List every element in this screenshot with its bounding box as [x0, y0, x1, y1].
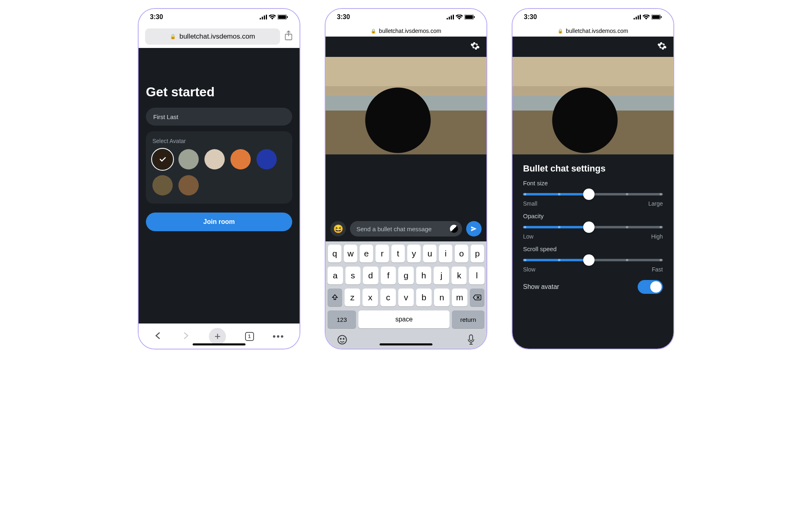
key-o[interactable]: o [455, 245, 468, 263]
key-q[interactable]: q [328, 245, 341, 263]
opacity-slider[interactable] [523, 224, 663, 230]
key-r[interactable]: r [376, 245, 389, 263]
key-h[interactable]: h [416, 267, 432, 284]
battery-icon [651, 15, 662, 20]
font-size-slider[interactable] [523, 191, 663, 197]
key-c[interactable]: c [380, 289, 396, 306]
avatar-bear[interactable] [178, 175, 199, 195]
chat-input-row: 😆 Send a bullet chat message [326, 217, 486, 241]
key-v[interactable]: v [398, 289, 414, 306]
key-e[interactable]: e [360, 245, 373, 263]
app-get-started: Get started First Last Select Avatar Joi… [139, 48, 300, 323]
mic-icon[interactable] [467, 334, 475, 347]
avatar-parrot[interactable] [230, 149, 251, 169]
numeric-key[interactable]: 123 [328, 310, 356, 328]
key-z[interactable]: z [345, 289, 360, 306]
status-time: 3:30 [150, 13, 163, 21]
avatar-hedgehog[interactable] [204, 149, 225, 169]
settings-header [512, 37, 673, 57]
back-icon[interactable] [154, 331, 163, 342]
address-pill[interactable]: 🔒 bulletchat.ivsdemos.com [145, 28, 280, 45]
more-icon[interactable]: ••• [273, 331, 284, 342]
opacity-label: Opacity [523, 213, 663, 219]
key-k[interactable]: k [452, 267, 467, 284]
avatar-owl[interactable] [152, 175, 173, 195]
avatar-sheep[interactable] [178, 149, 199, 169]
svg-point-16 [340, 339, 341, 339]
new-tab-button[interactable]: + [209, 328, 226, 345]
status-indicators [634, 15, 662, 20]
join-room-button[interactable]: Join room [146, 213, 292, 231]
key-b[interactable]: b [416, 289, 432, 306]
color-toggle-icon[interactable] [450, 225, 458, 233]
key-f[interactable]: f [381, 267, 396, 284]
show-avatar-toggle[interactable] [638, 280, 663, 294]
settings-title: Bullet chat settings [512, 154, 673, 177]
wifi-icon [643, 15, 650, 20]
mini-address-bar[interactable]: 🔒 bulletchat.ivsdemos.com [326, 25, 486, 37]
svg-rect-3 [266, 15, 267, 20]
home-indicator [193, 343, 245, 345]
tabs-button[interactable]: 1 [245, 332, 254, 341]
gear-icon[interactable] [470, 41, 480, 52]
font-size-setting: Font size SmallLarge [512, 177, 673, 210]
key-u[interactable]: u [423, 245, 436, 263]
key-p[interactable]: p [471, 245, 484, 263]
key-w[interactable]: w [344, 245, 357, 263]
chat-header [326, 37, 486, 57]
avatar-selector: Select Avatar [146, 131, 292, 204]
scroll-speed-slider[interactable] [523, 257, 663, 263]
home-indicator [380, 343, 432, 345]
key-j[interactable]: j [434, 267, 449, 284]
svg-rect-21 [638, 15, 639, 20]
svg-rect-9 [449, 17, 450, 20]
return-key[interactable]: return [452, 310, 484, 328]
key-m[interactable]: m [452, 289, 467, 306]
avatar-grid [152, 149, 286, 195]
backspace-key[interactable] [470, 289, 484, 306]
phone-chat: 3:30 🔒 bulletchat.ivsdemos.com 😆 Send a … [325, 8, 487, 349]
avatar-tiger[interactable] [152, 149, 173, 169]
key-l[interactable]: l [469, 267, 484, 284]
name-input[interactable]: First Last [146, 108, 292, 126]
key-g[interactable]: g [398, 267, 414, 284]
show-avatar-row: Show avatar [512, 276, 673, 298]
key-x[interactable]: x [363, 289, 378, 306]
status-time: 3:30 [337, 13, 350, 21]
svg-rect-1 [262, 17, 263, 20]
video-player[interactable] [326, 57, 486, 154]
svg-rect-5 [278, 15, 286, 19]
gear-icon[interactable] [657, 41, 667, 52]
key-s[interactable]: s [345, 267, 361, 284]
send-button[interactable] [466, 221, 482, 237]
key-d[interactable]: d [363, 267, 378, 284]
avatar-jellyfish[interactable] [256, 149, 277, 169]
battery-icon [465, 15, 475, 20]
svg-rect-8 [447, 18, 448, 20]
key-y[interactable]: y [407, 245, 421, 263]
key-n[interactable]: n [434, 289, 449, 306]
status-time: 3:30 [524, 13, 537, 21]
emoji-keyboard-icon[interactable] [337, 334, 348, 347]
space-key[interactable]: space [358, 310, 449, 328]
shift-key[interactable] [328, 289, 342, 306]
app-chat: 😆 Send a bullet chat message [326, 37, 486, 241]
status-indicators [260, 15, 288, 20]
svg-point-15 [338, 336, 347, 344]
share-icon[interactable] [284, 30, 293, 43]
phone-settings: 3:30 🔒 bulletchat.ivsdemos.com Bullet ch… [512, 8, 674, 349]
font-size-label: Font size [523, 180, 663, 187]
svg-point-17 [343, 339, 344, 339]
key-i[interactable]: i [439, 245, 452, 263]
emoji-button[interactable]: 😆 [330, 221, 346, 237]
key-t[interactable]: t [391, 245, 405, 263]
chat-message-input[interactable]: Send a bullet chat message [350, 221, 462, 237]
ios-keyboard: qwertyuiop asdfghjkl zxcvbnm 123 space r… [326, 241, 486, 349]
key-a[interactable]: a [328, 267, 343, 284]
safari-address-bar: 🔒 bulletchat.ivsdemos.com [139, 25, 300, 48]
show-avatar-label: Show avatar [523, 283, 559, 291]
video-player[interactable] [512, 57, 673, 154]
forward-icon[interactable] [181, 331, 190, 342]
mini-address-bar[interactable]: 🔒 bulletchat.ivsdemos.com [512, 25, 673, 37]
url-text: bulletchat.ivsdemos.com [179, 33, 255, 41]
